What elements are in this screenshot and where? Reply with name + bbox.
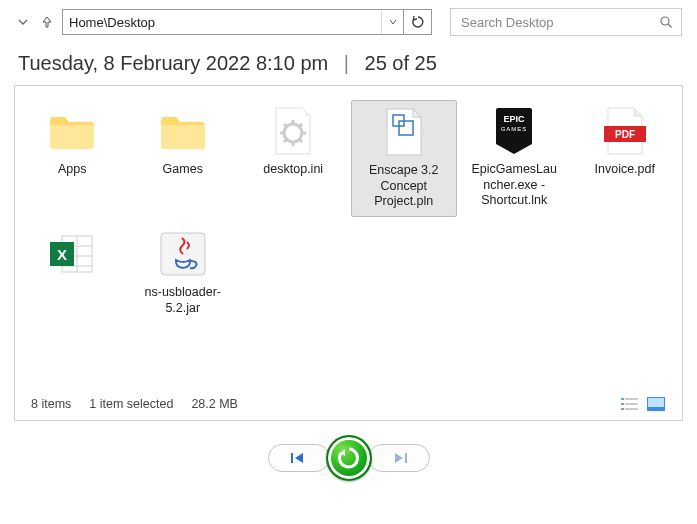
svg-rect-32 xyxy=(648,398,664,407)
svg-line-7 xyxy=(284,124,287,127)
file-item[interactable]: PDFInvoice.pdf xyxy=(572,100,679,217)
svg-rect-30 xyxy=(625,408,638,410)
refresh-button[interactable] xyxy=(403,10,431,34)
file-label: Enscape 3.2 Concept Project.pln xyxy=(359,163,449,210)
file-label: Apps xyxy=(58,162,87,178)
address-text: Home\Desktop xyxy=(63,10,381,34)
svg-rect-29 xyxy=(621,408,624,410)
file-label: Games xyxy=(163,162,203,178)
status-selected: 1 item selected xyxy=(89,397,173,411)
svg-rect-34 xyxy=(405,453,407,463)
history-dropdown[interactable] xyxy=(14,13,32,31)
snapshot-position: 25 of 25 xyxy=(365,52,437,74)
jar-icon xyxy=(155,227,211,281)
svg-text:GAMES: GAMES xyxy=(501,126,528,132)
pdf-icon: PDF xyxy=(597,104,653,158)
previous-snapshot-button[interactable] xyxy=(268,444,330,472)
next-snapshot-button[interactable] xyxy=(368,444,430,472)
svg-text:PDF: PDF xyxy=(615,129,635,140)
svg-rect-27 xyxy=(621,403,624,405)
search-box[interactable] xyxy=(450,8,682,36)
restore-button[interactable] xyxy=(326,435,372,481)
file-item[interactable]: ns-usbloader-5.2.jar xyxy=(130,223,237,333)
svg-rect-25 xyxy=(621,398,624,400)
excel-icon: X xyxy=(44,227,100,281)
svg-rect-28 xyxy=(625,403,638,405)
status-item-count: 8 items xyxy=(31,397,71,411)
epic-icon: EPICGAMES xyxy=(486,104,542,158)
ini-icon xyxy=(265,104,321,158)
status-bar: 8 items 1 item selected 28.2 MB xyxy=(19,390,678,414)
file-item[interactable]: X xyxy=(19,223,126,333)
view-switcher xyxy=(620,396,666,412)
file-item[interactable]: Enscape 3.2 Concept Project.pln xyxy=(351,100,458,217)
svg-rect-26 xyxy=(625,398,638,400)
navigation-bar: Home\Desktop xyxy=(14,8,683,36)
svg-rect-33 xyxy=(291,453,293,463)
folder-icon xyxy=(44,104,100,158)
file-item[interactable]: EPICGAMESEpicGamesLauncher.exe - Shortcu… xyxy=(461,100,568,217)
svg-line-10 xyxy=(284,139,287,142)
status-size: 28.2 MB xyxy=(191,397,238,411)
address-bar[interactable]: Home\Desktop xyxy=(62,9,432,35)
search-input[interactable] xyxy=(459,14,659,31)
address-dropdown[interactable] xyxy=(381,10,403,34)
pln-icon xyxy=(376,105,432,159)
snapshot-info: Tuesday, 8 February 2022 8:10 pm | 25 of… xyxy=(14,50,683,85)
file-label: desktop.ini xyxy=(263,162,323,178)
svg-text:X: X xyxy=(57,246,67,263)
folder-icon xyxy=(155,104,211,158)
file-item[interactable]: desktop.ini xyxy=(240,100,347,217)
svg-line-8 xyxy=(299,139,302,142)
file-label: EpicGamesLauncher.exe - Shortcut.lnk xyxy=(469,162,559,209)
file-grid: AppsGamesdesktop.iniEnscape 3.2 Concept … xyxy=(19,100,678,390)
file-label: ns-usbloader-5.2.jar xyxy=(138,285,228,316)
file-item[interactable]: Apps xyxy=(19,100,126,217)
view-icons-button[interactable] xyxy=(646,396,666,412)
svg-point-0 xyxy=(661,17,669,25)
search-icon xyxy=(659,15,673,29)
snapshot-timestamp: Tuesday, 8 February 2022 8:10 pm xyxy=(18,52,328,74)
info-separator: | xyxy=(344,52,349,74)
up-button[interactable] xyxy=(38,13,56,31)
file-label: Invoice.pdf xyxy=(595,162,655,178)
history-controls xyxy=(14,435,683,481)
view-details-button[interactable] xyxy=(620,396,640,412)
file-panel: AppsGamesdesktop.iniEnscape 3.2 Concept … xyxy=(14,85,683,421)
svg-line-1 xyxy=(668,24,672,28)
file-item[interactable]: Games xyxy=(130,100,237,217)
svg-text:EPIC: EPIC xyxy=(504,114,526,124)
svg-line-9 xyxy=(299,124,302,127)
